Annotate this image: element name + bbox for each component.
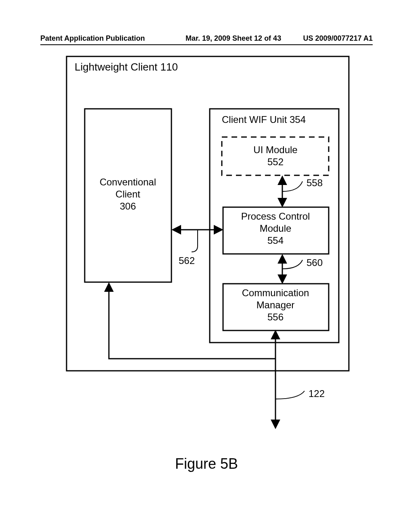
lead-560 <box>282 260 302 269</box>
header-right: US 2009/0077217 A1 <box>303 34 373 43</box>
label-process-l2: Module <box>260 223 292 234</box>
label-lightweight-client: Lightweight Client 110 <box>75 61 178 73</box>
ref-122: 122 <box>309 388 325 399</box>
header-mid: Mar. 19, 2009 Sheet 12 of 43 <box>186 34 281 43</box>
label-conventional-client-l3: 306 <box>120 201 136 212</box>
lead-562 <box>192 230 198 252</box>
lead-558 <box>282 181 302 191</box>
figure-caption: Figure 5B <box>0 455 413 472</box>
label-comm-l1: Communication <box>242 287 309 298</box>
label-process-l1: Process Control <box>241 211 310 222</box>
diagram-svg: Lightweight Client 110 Conventional Clie… <box>56 52 371 455</box>
label-conventional-client-l2: Client <box>115 189 140 200</box>
header-rule <box>40 44 373 45</box>
ref-558: 558 <box>307 177 323 188</box>
ref-562: 562 <box>179 255 195 266</box>
label-comm-l2: Manager <box>257 299 295 310</box>
lead-122 <box>275 391 305 399</box>
label-process-l3: 554 <box>267 235 284 246</box>
label-conventional-client-l1: Conventional <box>100 177 156 187</box>
header-left: Patent Application Publication <box>40 34 145 43</box>
label-client-wif-unit: Client WIF Unit 354 <box>222 114 306 125</box>
label-ui-module-l1: UI Module <box>253 144 297 155</box>
label-ui-module-l2: 552 <box>267 156 284 167</box>
label-comm-l3: 556 <box>267 312 284 322</box>
ref-560: 560 <box>307 257 323 268</box>
